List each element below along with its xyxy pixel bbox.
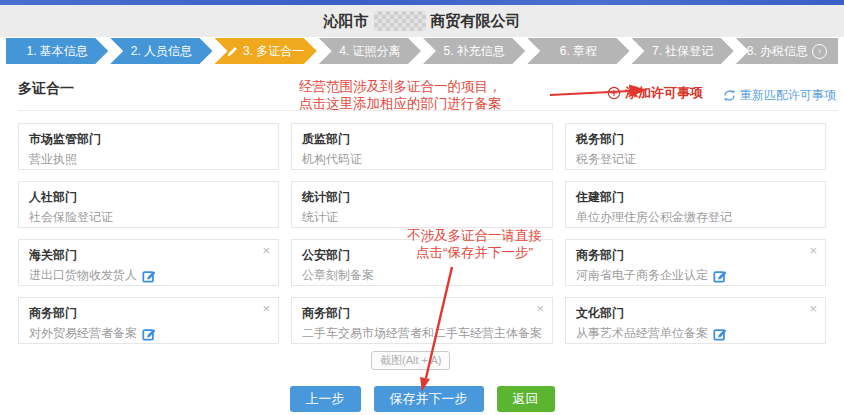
card-item-label: 社会保险登记证 bbox=[29, 209, 113, 226]
step-5[interactable]: 5. 补充信息 bbox=[423, 38, 525, 64]
card-department: 税务部门 bbox=[576, 131, 815, 148]
step-8[interactable]: 8. 办税信息› bbox=[736, 38, 838, 64]
page-title: 沁阳市 商贸有限公司 bbox=[324, 11, 521, 31]
header-bar: 沁阳市 商贸有限公司 bbox=[0, 5, 844, 37]
close-icon[interactable]: × bbox=[262, 243, 270, 258]
step-7[interactable]: 7. 社保登记 bbox=[632, 38, 734, 64]
add-permit-label: 添加许可事项 bbox=[625, 84, 703, 102]
card-department: 统计部门 bbox=[302, 189, 542, 206]
footer-buttons: 上一步 保存并下一步 返回 bbox=[0, 386, 844, 412]
edit-icon[interactable] bbox=[713, 269, 727, 283]
card-item-label: 进出口货物收发货人 bbox=[29, 267, 137, 284]
annotation-bottom-line2: 点击“保存并下一步” bbox=[372, 244, 577, 261]
card-department: 人社部门 bbox=[29, 189, 268, 206]
step-4[interactable]: 4. 证照分离 bbox=[319, 38, 421, 64]
prev-step-button[interactable]: 上一步 bbox=[290, 386, 361, 412]
pencil-icon bbox=[227, 45, 239, 57]
permit-card: 商务部门河南省电子商务企业认定× bbox=[565, 239, 826, 286]
redacted-block bbox=[374, 11, 426, 31]
card-department: 文化部门 bbox=[576, 305, 815, 322]
step-label: 2. 人员信息 bbox=[131, 43, 192, 60]
annotation-top-line2: 点击这里添加相应的部门进行备案 bbox=[299, 96, 502, 113]
save-and-next-button[interactable]: 保存并下一步 bbox=[374, 386, 484, 412]
permit-card: 海关部门进出口货物收发货人× bbox=[18, 239, 279, 286]
close-icon[interactable]: × bbox=[536, 301, 544, 316]
card-item-label: 税务登记证 bbox=[576, 151, 636, 168]
permit-card: 人社部门社会保险登记证 bbox=[18, 181, 279, 228]
card-item-label: 公章刻制备案 bbox=[302, 267, 374, 284]
close-icon[interactable]: × bbox=[262, 301, 270, 316]
step-label: 3. 多证合一 bbox=[243, 43, 304, 60]
rematch-permit-label: 重新匹配许可事项 bbox=[740, 87, 836, 104]
permit-card: 税务部门税务登记证 bbox=[565, 123, 826, 170]
card-item-label: 二手车交易市场经营者和二手车经营主体备案 bbox=[302, 325, 542, 342]
step-label: 6. 章程 bbox=[560, 43, 597, 60]
step-3[interactable]: 3. 多证合一 bbox=[215, 38, 317, 64]
step-label: 7. 社保登记 bbox=[652, 43, 713, 60]
card-item-label: 单位办理住房公积金缴存登记 bbox=[576, 209, 732, 226]
step-6[interactable]: 6. 章程 bbox=[527, 38, 629, 64]
page: 沁阳市 商贸有限公司 1. 基本信息2. 人员信息3. 多证合一4. 证照分离5… bbox=[0, 0, 844, 415]
close-icon[interactable]: × bbox=[809, 301, 817, 316]
card-department: 商务部门 bbox=[302, 305, 542, 322]
annotation-bottom-line1: 不涉及多证合一请直接 bbox=[372, 227, 577, 244]
close-icon[interactable]: × bbox=[809, 243, 817, 258]
step-1[interactable]: 1. 基本信息 bbox=[6, 38, 108, 64]
permit-card: 统计部门统计证 bbox=[291, 181, 553, 228]
card-item-label: 从事艺术品经营单位备案 bbox=[576, 325, 708, 342]
edit-icon[interactable] bbox=[713, 327, 727, 341]
card-item-label: 河南省电子商务企业认定 bbox=[576, 267, 708, 284]
permit-card: 文化部门从事艺术品经营单位备案× bbox=[565, 297, 826, 344]
permit-card: 质监部门机构代码证 bbox=[291, 123, 553, 170]
step-label: 8. 办税信息 bbox=[747, 43, 808, 60]
card-department: 住建部门 bbox=[576, 189, 815, 206]
company-name-prefix: 沁阳市 bbox=[324, 12, 369, 31]
card-item-label: 统计证 bbox=[302, 209, 338, 226]
step-label: 4. 证照分离 bbox=[339, 43, 400, 60]
permit-card: 住建部门单位办理住房公积金缴存登记 bbox=[565, 181, 826, 228]
card-item-label: 机构代码证 bbox=[302, 151, 362, 168]
add-permit-link[interactable]: 添加许可事项 bbox=[607, 84, 703, 102]
card-item-label: 对外贸易经营者备案 bbox=[29, 325, 137, 342]
annotation-top-line1: 经营范围涉及到多证合一的项目， bbox=[299, 79, 502, 96]
card-department: 商务部门 bbox=[576, 247, 815, 264]
card-department: 商务部门 bbox=[29, 305, 268, 322]
screenshot-hint-button[interactable]: 截图(Alt + A) bbox=[371, 351, 450, 370]
section-title: 多证合一 bbox=[18, 80, 74, 98]
back-button[interactable]: 返回 bbox=[497, 386, 555, 412]
company-name-suffix: 商贸有限公司 bbox=[431, 12, 521, 31]
step-bar: 1. 基本信息2. 人员信息3. 多证合一4. 证照分离5. 补充信息6. 章程… bbox=[6, 38, 838, 64]
step-label: 5. 补充信息 bbox=[443, 43, 504, 60]
circle-plus-icon bbox=[607, 86, 621, 100]
refresh-icon bbox=[723, 89, 736, 102]
card-department: 市场监管部门 bbox=[29, 131, 268, 148]
permit-card: 商务部门对外贸易经营者备案× bbox=[18, 297, 279, 344]
step-label: 1. 基本信息 bbox=[26, 43, 87, 60]
annotation-top: 经营范围涉及到多证合一的项目， 点击这里添加相应的部门进行备案 bbox=[299, 79, 502, 112]
permit-card: 商务部门二手车交易市场经营者和二手车经营主体备案× bbox=[291, 297, 553, 344]
annotation-bottom: 不涉及多证合一请直接 点击“保存并下一步” bbox=[372, 227, 577, 261]
edit-icon[interactable] bbox=[142, 269, 156, 283]
rematch-permit-link[interactable]: 重新匹配许可事项 bbox=[723, 87, 836, 104]
step-2[interactable]: 2. 人员信息 bbox=[110, 38, 212, 64]
card-item-label: 营业执照 bbox=[29, 151, 77, 168]
chevron-right-circle-icon: › bbox=[812, 44, 827, 59]
card-department: 海关部门 bbox=[29, 247, 268, 264]
permit-card: 市场监管部门营业执照 bbox=[18, 123, 279, 170]
edit-icon[interactable] bbox=[142, 327, 156, 341]
card-department: 质监部门 bbox=[302, 131, 542, 148]
